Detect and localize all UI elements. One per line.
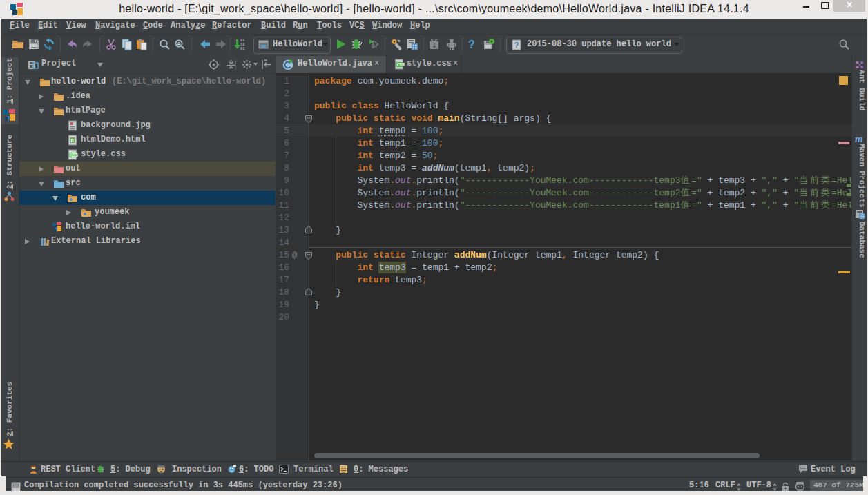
svg-text:01: 01 xyxy=(240,46,245,50)
svg-text:h: h xyxy=(71,138,74,144)
svg-text:m: m xyxy=(855,133,863,144)
svg-text:?: ? xyxy=(468,39,475,50)
svg-text:?: ? xyxy=(514,41,519,49)
svg-text:A: A xyxy=(177,41,181,47)
